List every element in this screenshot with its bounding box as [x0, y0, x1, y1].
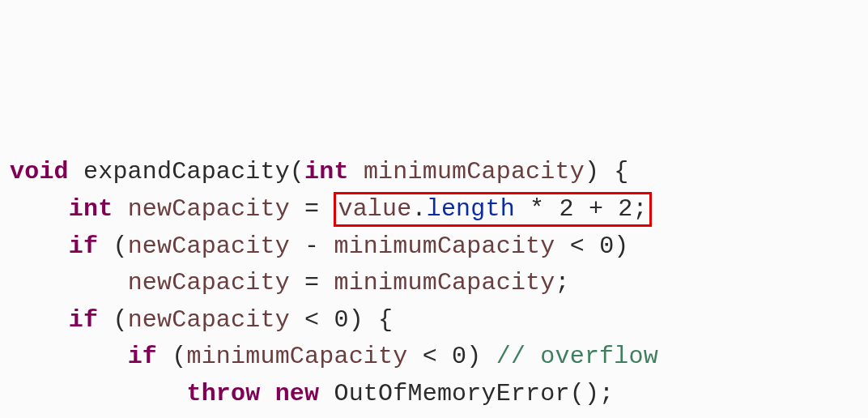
- line-6: if (minimumCapacity < 0) // overflow: [10, 343, 658, 370]
- space: [319, 269, 334, 296]
- var-minimumCapacity: minimumCapacity: [334, 269, 555, 296]
- space: [260, 380, 274, 407]
- literal-zero: 0: [599, 232, 614, 260]
- var-minimumCapacity: minimumCapacity: [186, 343, 407, 370]
- line-4: newCapacity = minimumCapacity;: [10, 269, 570, 296]
- paren-close: ): [585, 158, 599, 186]
- space: [407, 343, 422, 370]
- indent: [10, 380, 186, 407]
- indent: [10, 269, 128, 296]
- var-newCapacity: newCapacity: [128, 306, 290, 334]
- var-newCapacity: newCapacity: [128, 195, 290, 223]
- less-than: <: [570, 232, 585, 260]
- indent: [10, 195, 69, 223]
- var-minimumCapacity: minimumCapacity: [334, 232, 555, 260]
- method-name: expandCapacity: [83, 158, 290, 186]
- brace-open: {: [614, 158, 628, 186]
- equals: =: [304, 269, 319, 296]
- paren-open: (: [290, 158, 304, 186]
- space: [319, 195, 334, 223]
- literal-zero: 0: [334, 306, 348, 334]
- less-than: <: [304, 306, 319, 334]
- line-2: int newCapacity = value.length * 2 + 2;: [10, 195, 652, 223]
- space: [98, 232, 113, 260]
- keyword-int: int: [304, 158, 349, 186]
- paren-close: ): [349, 306, 364, 334]
- space: [585, 232, 599, 260]
- code-block: void expandCapacity(int minimumCapacity)…: [10, 154, 858, 418]
- keyword-new: new: [275, 380, 320, 407]
- line-3: if (newCapacity - minimumCapacity < 0): [10, 232, 629, 260]
- space: [290, 195, 304, 223]
- var-newCapacity: newCapacity: [128, 232, 290, 260]
- keyword-int: int: [69, 195, 113, 223]
- space: [599, 158, 614, 186]
- space: [157, 343, 172, 370]
- expr-rest: * 2 + 2;: [515, 195, 648, 223]
- space: [319, 380, 334, 407]
- space: [98, 306, 113, 334]
- paren-close: ): [614, 232, 628, 260]
- space: [482, 343, 496, 370]
- space: [319, 306, 334, 334]
- paren-open: (: [113, 306, 127, 334]
- space: [113, 195, 127, 223]
- space: [437, 343, 452, 370]
- indent: [10, 343, 128, 370]
- equals: =: [304, 195, 319, 223]
- call-parens: ();: [570, 380, 615, 407]
- dot: .: [411, 195, 426, 223]
- space: [290, 232, 304, 260]
- keyword-if: if: [128, 343, 157, 370]
- space: [290, 269, 304, 296]
- semicolon: ;: [555, 269, 570, 296]
- line-1: void expandCapacity(int minimumCapacity)…: [10, 158, 629, 186]
- var-value: value: [338, 195, 411, 223]
- brace-open: {: [378, 306, 393, 334]
- less-than: <: [423, 343, 437, 370]
- param-minimumCapacity: minimumCapacity: [364, 158, 585, 186]
- comment-overflow: // overflow: [496, 343, 658, 370]
- var-newCapacity: newCapacity: [128, 269, 290, 296]
- keyword-if: if: [69, 306, 98, 334]
- indent: [10, 306, 69, 334]
- paren-open: (: [172, 343, 186, 370]
- space: [290, 306, 304, 334]
- indent: [10, 232, 69, 260]
- paren-close: ): [466, 343, 481, 370]
- literal-zero: 0: [452, 343, 466, 370]
- space: [555, 232, 570, 260]
- keyword-if: if: [69, 232, 98, 260]
- field-length: length: [427, 195, 515, 223]
- space: [319, 232, 334, 260]
- minus: -: [304, 232, 319, 260]
- space: [69, 158, 83, 186]
- keyword-throw: throw: [186, 380, 260, 407]
- space: [364, 306, 378, 334]
- space: [349, 158, 364, 186]
- keyword-void: void: [10, 158, 69, 186]
- line-5: if (newCapacity < 0) {: [10, 306, 393, 334]
- highlight-box: value.length * 2 + 2;: [334, 192, 651, 228]
- line-7: throw new OutOfMemoryError();: [10, 380, 614, 407]
- paren-open: (: [113, 232, 127, 260]
- class-outofmemoryerror: OutOfMemoryError: [334, 380, 569, 407]
